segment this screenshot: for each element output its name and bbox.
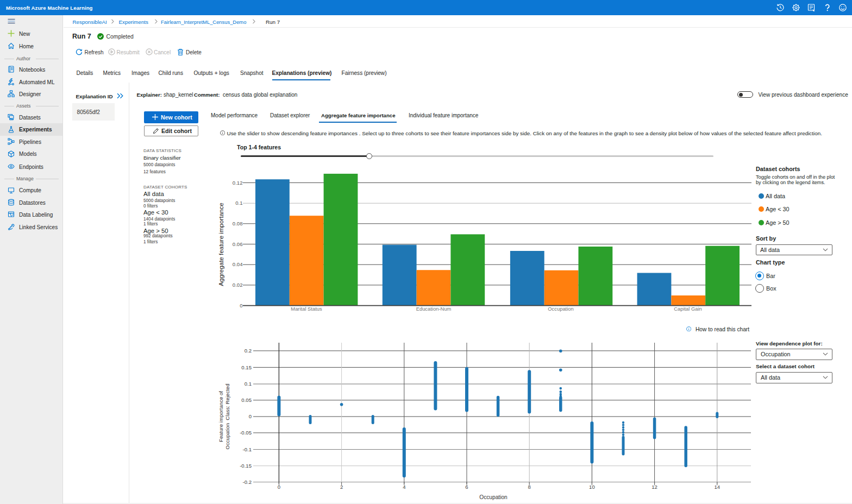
svg-text:Capital Gain: Capital Gain: [674, 306, 702, 312]
svg-text:8: 8: [528, 484, 531, 490]
svg-text:Education-Num: Education-Num: [416, 306, 452, 312]
svg-text:-0.1: -0.1: [242, 446, 252, 452]
svg-text:0.08: 0.08: [233, 220, 243, 226]
svg-text:0.02: 0.02: [233, 282, 243, 288]
svg-text:Marital Status: Marital Status: [291, 306, 322, 312]
svg-text:0.04: 0.04: [233, 261, 243, 267]
svg-text:10: 10: [589, 484, 595, 490]
svg-text:0.1: 0.1: [245, 381, 252, 387]
svg-text:0.2: 0.2: [245, 348, 252, 354]
svg-text:0.1: 0.1: [235, 200, 242, 206]
svg-text:2: 2: [340, 484, 343, 490]
svg-text:0: 0: [249, 413, 252, 419]
svg-text:14: 14: [714, 484, 720, 490]
svg-text:0: 0: [240, 303, 242, 308]
svg-text:Feature importance of: Feature importance of: [218, 391, 224, 442]
svg-text:Occupation: Occupation: [479, 494, 508, 500]
svg-text:-0.15: -0.15: [240, 463, 252, 469]
svg-text:0.05: 0.05: [241, 397, 252, 403]
svg-text:6: 6: [465, 484, 468, 490]
svg-text:Aggregate feature importance: Aggregate feature importance: [217, 203, 224, 286]
svg-text:0: 0: [278, 484, 280, 490]
svg-text:-0.05: -0.05: [240, 430, 252, 436]
svg-text:12: 12: [651, 484, 657, 490]
svg-text:4: 4: [403, 484, 406, 490]
svg-text:-0.2: -0.2: [242, 479, 252, 485]
svg-text:Occupation: Occupation: [548, 306, 573, 312]
svg-text:0.12: 0.12: [233, 180, 243, 186]
svg-text:0.15: 0.15: [241, 364, 252, 370]
svg-text:Occupation Class: Rejected: Occupation Class: Rejected: [224, 383, 230, 449]
svg-text:0.06: 0.06: [233, 241, 243, 247]
